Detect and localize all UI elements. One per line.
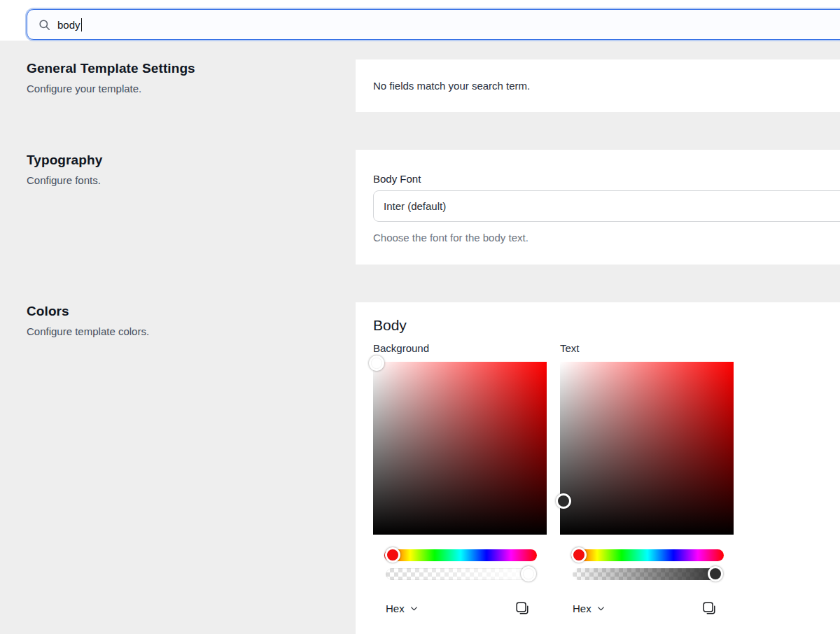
section-general-title: General Template Settings [27, 61, 335, 76]
text-format-label: Hex [573, 603, 592, 614]
background-format-label: Hex [386, 603, 405, 614]
chevron-down-icon [596, 604, 606, 613]
colors-group-title: Body [373, 317, 840, 334]
search-input[interactable]: body [27, 9, 840, 40]
body-font-label: Body Font [373, 173, 840, 185]
copy-icon [701, 600, 717, 616]
card-search-results: No fields match your search term. [356, 59, 840, 112]
chevron-down-icon [410, 604, 419, 613]
header-band: body [0, 0, 840, 41]
section-colors: Colors Configure template colors. [27, 304, 335, 337]
text-copy-button[interactable] [701, 600, 717, 616]
text-hue-slider[interactable] [571, 549, 724, 561]
section-colors-title: Colors [27, 304, 335, 319]
section-typography-subtitle: Configure fonts. [27, 174, 335, 186]
body-font-select[interactable]: Inter (default) [373, 190, 840, 222]
background-hue-slider[interactable] [384, 549, 537, 561]
text-cursor [81, 18, 83, 31]
background-alpha-handle[interactable] [521, 566, 536, 582]
search-icon [38, 18, 51, 31]
text-hue-handle[interactable] [571, 547, 587, 563]
background-alpha-slider[interactable] [386, 568, 536, 580]
background-hue-handle[interactable] [385, 547, 400, 563]
text-color-picker: Text Hex [560, 342, 734, 616]
card-typography: Body Font Inter (default) Choose the fon… [356, 150, 840, 265]
search-input-value: body [57, 20, 80, 30]
section-typography: Typography Configure fonts. [27, 153, 335, 186]
text-alpha-handle[interactable] [708, 566, 723, 582]
text-saturation-area[interactable] [560, 362, 734, 535]
text-saturation-handle[interactable] [556, 493, 571, 509]
card-colors: Body Background Hex [356, 302, 840, 634]
empty-results-message: No fields match your search term. [373, 80, 840, 92]
background-format-dropdown[interactable]: Hex [386, 603, 419, 614]
background-saturation-area[interactable] [373, 362, 547, 535]
text-picker-label: Text [560, 342, 734, 354]
section-colors-subtitle: Configure template colors. [27, 325, 335, 337]
background-color-picker: Background Hex [373, 342, 547, 616]
section-general: General Template Settings Configure your… [27, 61, 335, 94]
text-alpha-slider[interactable] [573, 568, 722, 580]
background-saturation-handle[interactable] [369, 355, 384, 371]
body-font-selected-value: Inter (default) [384, 200, 446, 212]
section-general-subtitle: Configure your template. [27, 83, 335, 94]
background-picker-label: Background [373, 342, 547, 354]
text-format-dropdown[interactable]: Hex [573, 603, 606, 614]
section-typography-title: Typography [27, 153, 335, 168]
body-font-help-text: Choose the font for the body text. [373, 232, 840, 244]
copy-icon [514, 600, 530, 616]
background-copy-button[interactable] [514, 600, 530, 616]
